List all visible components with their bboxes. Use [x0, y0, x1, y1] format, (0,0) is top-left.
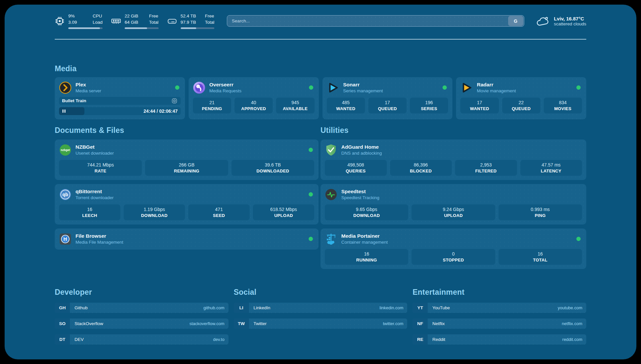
stat-tile: 196SERIES	[410, 98, 448, 113]
stat-tile: 39.6 TBDOWNLOADED	[231, 160, 314, 176]
link-row-netflix[interactable]: NF Netflix netflix.com	[412, 318, 586, 329]
stat-tile: 9.65 GbpsDOWNLOAD	[325, 204, 408, 220]
nzbget-icon: nzbget	[59, 144, 72, 156]
app-name: qBittorrent	[76, 189, 114, 195]
link-label: Reddit	[428, 334, 445, 345]
disk-free-value: 52.4 TB	[181, 13, 197, 19]
link-url: reddit.com	[562, 334, 586, 345]
qbittorrent-card[interactable]: qb qBittorrent Torrent downloader 16LEEC…	[55, 184, 319, 225]
stat-tile: 16TOTAL	[499, 249, 582, 265]
link-abbr: LI	[234, 303, 249, 313]
ram-metric: 22 GiB 64 GiB Free Total	[111, 13, 159, 29]
utilities-column: Utilities AdGuard Home DNS a	[320, 126, 586, 269]
speedtest-card[interactable]: Speedtest Speedtest Tracking 9.65 GbpsDO…	[320, 184, 586, 225]
stat-tile: 47.57 msLATENCY	[520, 160, 582, 176]
playback-progress-row[interactable]: 24:44 / 02:06:47	[59, 107, 181, 115]
overseerr-icon	[193, 81, 205, 94]
playback-time: 24:44 / 02:06:47	[143, 108, 181, 114]
search-input[interactable]	[227, 18, 508, 23]
developer-links-section: Developer GH Github github.com SO StackO…	[55, 288, 229, 345]
app-subtitle: Container management	[341, 240, 388, 245]
link-row-dev[interactable]: DT DEV dev.to	[55, 334, 229, 345]
ram-total-label: Total	[149, 19, 159, 26]
link-url: netflix.com	[562, 318, 586, 329]
svg-text:nzbget: nzbget	[61, 148, 70, 152]
stat-tile: 471SEED	[188, 204, 250, 220]
cpu-progress-bar	[68, 27, 103, 29]
cpu-percent: 9%	[68, 13, 85, 19]
link-row-twitter[interactable]: TW Twitter twitter.com	[234, 318, 408, 329]
filebrowser-card[interactable]: File Browser Media File Management	[55, 228, 319, 250]
weather-condition: scattered clouds	[554, 21, 586, 26]
disk-icon	[167, 16, 177, 26]
radarr-card[interactable]: Radarr Movie management 17WANTED 22QUEUE…	[456, 77, 586, 119]
status-online-dot	[309, 237, 313, 241]
portainer-card[interactable]: Media Portainer Container management 16R…	[320, 228, 586, 269]
ram-total-value: 64 GiB	[125, 19, 141, 26]
stat-tile: 485WANTED	[327, 98, 365, 113]
app-name: Radarr	[477, 82, 516, 88]
app-subtitle: Media Requests	[209, 88, 242, 93]
stat-tile: 16LEECH	[59, 204, 120, 220]
sonarr-card[interactable]: Sonarr Series management 485WANTED 17QUE…	[322, 77, 453, 119]
app-name: Plex	[76, 82, 101, 88]
entertainment-links-section: Entertainment YT YouTube youtube.com NF …	[412, 288, 586, 345]
speedtest-icon	[325, 188, 337, 201]
qbittorrent-icon: qb	[59, 188, 72, 201]
cpu-icon	[55, 16, 65, 26]
link-label: Github	[70, 303, 88, 313]
pause-icon[interactable]	[62, 109, 66, 113]
weather-location-temp: Lviv, 16.87°C	[554, 16, 586, 21]
adguard-card[interactable]: AdGuard Home DNS and adblocking 498,508Q…	[320, 139, 586, 180]
link-row-youtube[interactable]: YT YouTube youtube.com	[412, 303, 586, 313]
link-abbr: GH	[55, 303, 70, 313]
link-row-linkedin[interactable]: LI LinkedIn linkedin.com	[234, 303, 408, 313]
cloud-icon	[535, 15, 550, 27]
app-subtitle: Usenet downloader	[76, 151, 114, 156]
app-subtitle: Series management	[343, 88, 383, 93]
stat-tile: 1.19 GbpsDOWNLOAD	[124, 204, 185, 220]
stat-tile: 834MOVIES	[544, 98, 582, 113]
link-row-reddit[interactable]: RE Reddit reddit.com	[412, 334, 586, 345]
app-name: AdGuard Home	[341, 144, 382, 150]
weather-widget: Lviv, 16.87°C scattered clouds	[535, 15, 586, 27]
app-subtitle: Torrent downloader	[76, 195, 114, 200]
ram-progress-bar	[125, 27, 159, 29]
stat-tile: 744.21 MbpsRATE	[59, 160, 142, 176]
status-online-dot	[443, 85, 447, 90]
adguard-icon	[325, 144, 337, 156]
link-abbr: TW	[234, 318, 249, 329]
svg-text:qb: qb	[62, 192, 68, 197]
section-title-entertainment: Entertainment	[412, 288, 586, 297]
stat-tile: 86,396BLOCKED	[390, 160, 452, 176]
stat-tile: 2,953FILTERED	[455, 160, 517, 176]
section-title-social: Social	[234, 288, 408, 297]
app-subtitle: Movie management	[477, 88, 516, 93]
cpu-load-value: 3.09	[68, 19, 85, 26]
ram-icon	[111, 16, 121, 26]
app-name: File Browser	[76, 233, 123, 239]
disk-metric: 52.4 TB 97.9 TB Free Total	[167, 13, 215, 29]
cpu-metric: 9% 3.09 CPU Load	[55, 13, 103, 29]
app-name: Speedtest	[341, 189, 380, 195]
media-card-grid: Plex Media server Bullet Train	[55, 77, 586, 119]
link-row-stackoverflow[interactable]: SO StackOverflow stackoverflow.com	[55, 318, 229, 329]
system-metrics: 9% 3.09 CPU Load	[55, 13, 214, 29]
cpu-load-label: Load	[93, 19, 103, 26]
stat-tile: 40APPROVED	[234, 98, 273, 113]
link-url: linkedin.com	[380, 303, 407, 313]
link-label: LinkedIn	[249, 303, 270, 313]
overseerr-card[interactable]: Overseerr Media Requests 21PENDING 40APP…	[189, 77, 319, 119]
link-label: DEV	[70, 334, 84, 345]
ram-free-value: 22 GiB	[125, 13, 141, 19]
ram-free-label: Free	[149, 13, 159, 19]
app-subtitle: DNS and adblocking	[341, 151, 382, 156]
plex-card[interactable]: Plex Media server Bullet Train	[55, 77, 185, 119]
disk-total-value: 97.9 TB	[181, 19, 197, 26]
section-title-documents: Documents & Files	[55, 126, 319, 135]
link-row-github[interactable]: GH Github github.com	[55, 303, 229, 313]
cpu-label: CPU	[93, 13, 103, 19]
app-name: NZBGet	[76, 144, 114, 150]
nzbget-card[interactable]: nzbget NZBGet Usenet downloader 744.21 M…	[55, 139, 319, 180]
search-engine-button[interactable]: G	[508, 16, 523, 26]
